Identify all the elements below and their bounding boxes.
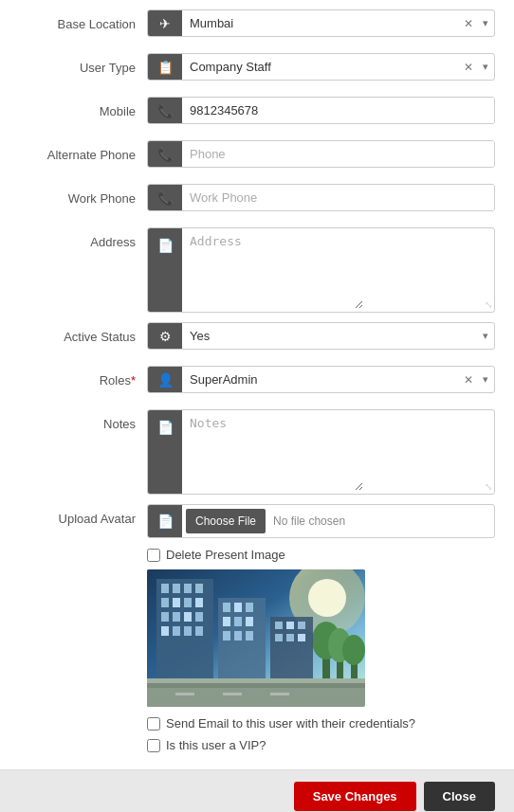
work-phone-icon: 📞 xyxy=(148,185,182,210)
send-email-label: Send Email to this user with their crede… xyxy=(166,716,415,731)
active-status-row: Active Status ⚙ Yes No ▾ xyxy=(19,322,495,356)
work-phone-input[interactable] xyxy=(182,185,494,210)
choose-file-button[interactable]: Choose File xyxy=(186,509,266,533)
active-status-select[interactable]: Yes No xyxy=(182,323,477,349)
svg-point-9 xyxy=(342,635,365,665)
active-status-arrow[interactable]: ▾ xyxy=(477,323,494,349)
svg-rect-32 xyxy=(234,617,242,626)
roles-input-group: 👤 ✕ ▾ xyxy=(147,366,495,393)
user-type-input-group: 📋 ✕ ▾ xyxy=(147,53,495,81)
delete-image-checkbox[interactable] xyxy=(147,549,160,562)
mobile-input-group: 📞 xyxy=(147,97,495,124)
svg-rect-30 xyxy=(246,603,253,612)
svg-rect-34 xyxy=(223,631,230,641)
work-phone-input-group: 📞 xyxy=(147,184,495,211)
upload-avatar-group: 📄 Choose File No file chosen xyxy=(147,504,495,538)
is-vip-row: Is this user a VIP? xyxy=(147,738,495,752)
address-textarea[interactable] xyxy=(182,228,363,309)
notes-textarea[interactable] xyxy=(182,410,363,491)
alternate-phone-label: Alternate Phone xyxy=(19,140,147,163)
roles-icon: 👤 xyxy=(148,367,182,392)
is-vip-label: Is this user a VIP? xyxy=(166,738,266,752)
address-label: Address xyxy=(19,227,147,250)
send-email-checkbox[interactable] xyxy=(147,717,160,731)
base-location-label: Base Location xyxy=(19,9,147,32)
svg-rect-45 xyxy=(147,683,365,688)
roles-label: Roles* xyxy=(19,366,147,388)
user-type-row: User Type 📋 ✕ ▾ xyxy=(19,53,495,87)
svg-rect-12 xyxy=(173,584,180,593)
mobile-input[interactable] xyxy=(182,98,494,123)
svg-rect-21 xyxy=(184,612,192,622)
svg-rect-38 xyxy=(275,622,283,629)
is-vip-checkbox[interactable] xyxy=(147,739,160,752)
base-location-input[interactable] xyxy=(182,10,460,36)
avatar-preview xyxy=(147,569,365,707)
svg-rect-40 xyxy=(298,622,305,629)
svg-rect-29 xyxy=(234,603,242,612)
user-type-clear[interactable]: ✕ xyxy=(460,54,477,80)
notes-resize-handle: ⤡ xyxy=(485,481,492,492)
svg-rect-43 xyxy=(298,634,305,641)
svg-rect-25 xyxy=(184,626,192,636)
svg-point-3 xyxy=(308,579,346,617)
location-icon: ✈ xyxy=(148,10,182,36)
svg-rect-35 xyxy=(234,631,242,641)
close-button[interactable]: Close xyxy=(424,782,495,811)
alternate-phone-input[interactable] xyxy=(182,141,494,167)
roles-arrow[interactable]: ▾ xyxy=(477,367,494,392)
upload-avatar-label: Upload Avatar xyxy=(19,504,147,527)
user-type-label: User Type xyxy=(19,53,147,76)
address-wrapper: ⤡ xyxy=(182,228,494,312)
delete-image-label: Delete Present Image xyxy=(166,548,285,562)
svg-rect-19 xyxy=(161,612,169,622)
mobile-label: Mobile xyxy=(19,97,147,119)
work-phone-row: Work Phone 📞 xyxy=(19,184,495,218)
svg-rect-26 xyxy=(195,626,203,636)
notes-icon: 📄 xyxy=(148,410,182,494)
base-location-input-group: ✈ ✕ ▾ xyxy=(147,9,495,37)
svg-rect-41 xyxy=(275,634,283,641)
status-icon: ⚙ xyxy=(148,323,182,349)
resize-handle: ⤡ xyxy=(485,299,492,310)
svg-rect-16 xyxy=(173,598,180,607)
file-chosen-text: No file chosen xyxy=(269,514,345,528)
roles-clear[interactable]: ✕ xyxy=(460,367,477,392)
address-icon: 📄 xyxy=(148,228,182,312)
mobile-icon: 📞 xyxy=(148,98,182,123)
work-phone-label: Work Phone xyxy=(19,184,147,207)
notes-row: Notes 📄 ⤡ xyxy=(19,409,495,495)
svg-rect-20 xyxy=(173,612,180,622)
upload-icon: 📄 xyxy=(148,505,182,537)
base-location-arrow[interactable]: ▾ xyxy=(477,10,494,36)
svg-rect-28 xyxy=(223,603,230,612)
usertype-icon: 📋 xyxy=(148,54,182,80)
svg-rect-49 xyxy=(147,678,365,683)
svg-rect-13 xyxy=(184,584,192,593)
svg-rect-23 xyxy=(161,626,169,636)
active-status-input-group: ⚙ Yes No ▾ xyxy=(147,322,495,350)
svg-rect-18 xyxy=(195,598,203,607)
roles-input[interactable] xyxy=(182,367,460,392)
svg-rect-47 xyxy=(223,693,242,695)
svg-rect-14 xyxy=(195,584,203,593)
svg-rect-48 xyxy=(270,693,289,695)
user-type-arrow[interactable]: ▾ xyxy=(477,54,494,80)
mobile-row: Mobile 📞 xyxy=(19,97,495,131)
notes-wrapper: ⤡ xyxy=(182,410,494,494)
user-type-input[interactable] xyxy=(182,54,460,80)
alt-phone-icon: 📞 xyxy=(148,141,182,167)
svg-rect-42 xyxy=(286,634,294,641)
svg-rect-22 xyxy=(195,612,203,622)
svg-rect-15 xyxy=(161,598,169,607)
notes-input-group: 📄 ⤡ xyxy=(147,409,495,495)
svg-rect-39 xyxy=(286,622,294,629)
svg-rect-24 xyxy=(173,626,180,636)
upload-avatar-row: Upload Avatar 📄 Choose File No file chos… xyxy=(19,504,495,538)
form-container: Base Location ✈ ✕ ▾ User Type 📋 ✕ ▾ Mobi… xyxy=(0,0,514,769)
svg-rect-46 xyxy=(175,693,194,695)
base-location-clear[interactable]: ✕ xyxy=(460,10,477,36)
svg-rect-36 xyxy=(246,631,253,641)
svg-rect-17 xyxy=(184,598,192,607)
save-changes-button[interactable]: Save Changes xyxy=(294,782,416,811)
